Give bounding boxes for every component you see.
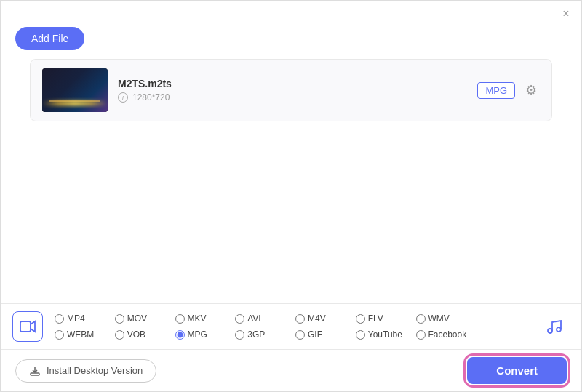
format-grid: MP4 MOV MKV AVI M4V FLV [52,312,533,341]
format-option-youtube[interactable]: YouTube [353,328,413,341]
format-option-mpg[interactable]: MPG [172,328,233,341]
format-option-flv[interactable]: FLV [353,312,413,325]
action-bar: Install Desktop Version Convert [1,349,581,391]
audio-format-icon[interactable] [539,311,570,342]
title-bar: × [1,1,581,27]
format-option-webm[interactable]: WEBM [52,328,112,341]
file-name: M2TS.m2ts [118,78,467,89]
format-bar: MP4 MOV MKV AVI M4V FLV [1,303,581,391]
format-option-gif[interactable]: GIF [292,328,353,341]
file-info: M2TS.m2ts i 1280*720 [118,78,467,103]
format-option-vob[interactable]: VOB [112,328,172,341]
format-option-wmv[interactable]: WMV [413,312,474,325]
format-option-m4v[interactable]: M4V [292,312,353,325]
format-option-mov[interactable]: MOV [112,312,172,325]
svg-rect-3 [31,373,39,375]
top-area: Add File M2TS.m2ts i 1280*720 MPG ⚙ [1,27,581,129]
format-badge[interactable]: MPG [477,82,515,99]
format-option-facebook[interactable]: Facebook [413,328,474,341]
file-thumbnail [42,68,108,112]
info-icon: i [118,92,128,103]
file-meta: i 1280*720 [118,92,467,103]
format-option-3gp[interactable]: 3GP [232,328,292,341]
settings-icon[interactable]: ⚙ [522,81,540,99]
svg-rect-0 [20,321,31,332]
add-file-button[interactable]: Add File [15,27,84,50]
close-button[interactable]: × [559,7,573,20]
video-format-icon[interactable] [12,311,43,342]
format-option-avi[interactable]: AVI [232,312,292,325]
install-desktop-button[interactable]: Install Desktop Version [15,359,156,383]
format-options: MP4 MOV MKV AVI M4V FLV [1,304,581,349]
svg-point-1 [548,329,552,333]
convert-button[interactable]: Convert [467,357,567,384]
file-list-item: M2TS.m2ts i 1280*720 MPG ⚙ [30,59,552,121]
format-option-mkv[interactable]: MKV [172,312,233,325]
file-actions: MPG ⚙ [477,81,540,99]
format-option-mp4[interactable]: MP4 [52,312,112,325]
svg-point-2 [557,327,561,332]
file-resolution: 1280*720 [132,92,170,103]
download-icon [29,365,41,377]
